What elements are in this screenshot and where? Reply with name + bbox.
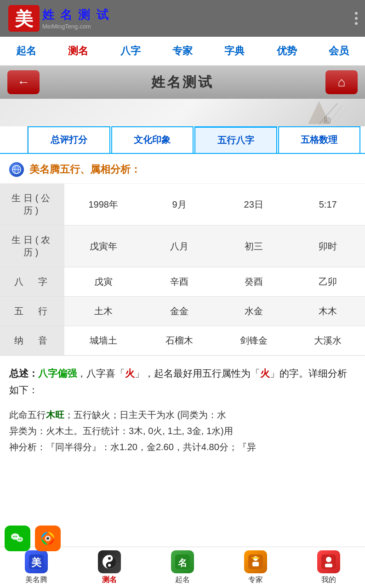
logo-subtitle: MeiMingTeng.com <box>42 23 110 30</box>
row-cell-wx-3: 木木 <box>291 297 365 326</box>
row-header-nayin: 纳 音 <box>0 326 64 356</box>
row-cell-wx-0: 土木 <box>64 297 142 326</box>
detail-text1: 此命五行 <box>9 410 46 420</box>
app-header: 美 姓 名 测 试 MeiMingTeng.com <box>0 0 365 37</box>
row-header-wuxing: 五 行 <box>0 297 64 326</box>
svg-line-2 <box>319 103 337 124</box>
table-row: 生日(农历) 戊寅年 八月 初三 卯时 <box>0 226 365 267</box>
table-row: 五 行 土木 金金 水金 木木 <box>0 297 365 326</box>
bottom-nav-mine[interactable]: 我的 <box>301 550 356 585</box>
nav-zhuanjia[interactable]: 专家 <box>169 42 196 60</box>
summary-mid2: 」，起名最好用五行属性为「 <box>135 368 260 379</box>
bottom-nav-cename[interactable]: 测名 <box>82 550 137 585</box>
title-bar: ← 姓名测试 ⌂ <box>0 66 365 99</box>
bottom-nav-expert[interactable]: 专家 <box>228 550 283 585</box>
svg-point-11 <box>16 536 17 537</box>
back-button[interactable]: ← <box>7 70 40 94</box>
logo-text-group: 姓 名 测 试 MeiMingTeng.com <box>42 7 110 30</box>
row-cell-wx-2: 水金 <box>217 297 291 326</box>
globe-icon <box>11 164 22 175</box>
svg-point-17 <box>46 537 49 540</box>
summary-label: 总述： <box>9 368 38 379</box>
row-header-lunar: 生日(农历) <box>0 226 64 267</box>
row-cell-year: 1998年 <box>64 184 142 226</box>
row-cell-bazi-0: 戊寅 <box>64 267 142 297</box>
dot-3 <box>355 22 358 25</box>
bnav-label-naming: 起名 <box>175 575 190 585</box>
svg-point-21 <box>108 557 111 560</box>
tab-culture[interactable]: 文化印象 <box>111 126 194 153</box>
section-title-text: 美名腾五行、属相分析： <box>29 163 141 176</box>
bottom-nav-meimingteng[interactable]: 美 美名腾 <box>9 550 64 585</box>
svg-text:美: 美 <box>31 557 42 568</box>
row-cell-month: 9月 <box>142 184 217 226</box>
section-icon <box>9 162 24 177</box>
svg-point-13 <box>18 539 19 540</box>
detail-wood: 木旺 <box>46 410 64 420</box>
row-cell-wx-1: 金金 <box>142 297 217 326</box>
summary-strength: 八字偏强 <box>38 368 77 379</box>
mine-svg-icon <box>320 554 337 570</box>
tab-wuxing-bazi[interactable]: 五行八字 <box>194 126 277 153</box>
decoration-area: 勘 <box>0 99 365 126</box>
nav-bazi[interactable]: 八字 <box>117 42 144 60</box>
more-menu-button[interactable] <box>355 12 358 25</box>
naming-svg-icon: 名 <box>174 554 191 570</box>
row-cell-time: 5:17 <box>291 184 365 226</box>
top-nav: 起名 测名 八字 专家 字典 优势 会员 <box>0 37 365 66</box>
wechat-button[interactable] <box>5 526 30 551</box>
back-arrow-icon: ← <box>17 75 30 90</box>
summary-element1: 火 <box>125 368 135 379</box>
detail-section: 此命五行木旺；五行缺火；日主天干为水 (同类为：水 异类为：火木土。五行统计：3… <box>0 402 365 464</box>
bnav-label-cename: 测名 <box>102 575 117 585</box>
summary-text: 总述：八字偏强，八字喜「火」，起名最好用五行属性为「火」的字。详细分析如下： <box>9 365 356 398</box>
meimingteng-icon: 美 <box>25 550 48 573</box>
nav-huiyuan[interactable]: 会员 <box>325 42 353 60</box>
detail-text2: ；五行缺火；日主天干为水 (同类为：水 <box>64 410 226 420</box>
svg-rect-31 <box>325 564 332 567</box>
bnav-label-mmt: 美名腾 <box>25 575 47 585</box>
row-cell-bazi-2: 癸酉 <box>217 267 291 297</box>
bottom-nav-naming[interactable]: 名 起名 <box>155 550 210 585</box>
svg-point-12 <box>17 537 23 542</box>
tab-general-score[interactable]: 总评打分 <box>28 126 110 153</box>
svg-text:美: 美 <box>14 8 34 29</box>
mine-icon <box>317 550 340 573</box>
row-cell-day: 23日 <box>217 184 291 226</box>
home-button[interactable]: ⌂ <box>325 70 358 94</box>
wechat-icon <box>10 531 25 546</box>
svg-point-14 <box>20 539 21 540</box>
cename-icon <box>98 550 121 573</box>
summary-section: 总述：八字偏强，八字喜「火」，起名最好用五行属性为「火」的字。详细分析如下： <box>0 356 365 402</box>
svg-text:名: 名 <box>177 558 187 568</box>
camera-button[interactable] <box>35 526 61 551</box>
row-cell-lunar-day: 初三 <box>217 226 291 267</box>
nav-cename[interactable]: 测名 <box>64 42 92 60</box>
detail-line3: 神分析：『同半得分』：水1.20，金2.60，共计4.80分；『异 <box>9 442 256 452</box>
logo: 美 姓 名 测 试 MeiMingTeng.com <box>7 4 110 33</box>
deco-svg: 勘 <box>264 99 356 126</box>
dot-1 <box>355 12 358 15</box>
tab-wuge[interactable]: 五格数理 <box>278 126 361 153</box>
nav-zidian[interactable]: 字典 <box>221 42 248 60</box>
naming-icon: 名 <box>171 550 194 573</box>
svg-point-22 <box>108 564 111 567</box>
row-cell-bazi-3: 乙卯 <box>291 267 365 297</box>
row-cell-ny-0: 城墙土 <box>64 326 142 356</box>
svg-point-30 <box>326 557 331 562</box>
tab-spacer <box>5 126 28 153</box>
home-icon: ⌂ <box>338 75 346 90</box>
bazi-table: 生日(公历) 1998年 9月 23日 5:17 生日(农历) 戊寅年 八月 初… <box>0 184 365 356</box>
row-cell-lunar-year: 戊寅年 <box>64 226 142 267</box>
row-cell-ny-1: 石榴木 <box>142 326 217 356</box>
logo-brand-cn: 姓 名 测 试 <box>42 7 110 23</box>
page-title: 姓名测试 <box>151 73 214 92</box>
camera-icon <box>40 531 56 546</box>
row-cell-ny-2: 剑锋金 <box>217 326 291 356</box>
nav-youshi[interactable]: 优势 <box>273 42 301 60</box>
row-header-bazi: 八 字 <box>0 267 64 297</box>
nav-qiming[interactable]: 起名 <box>12 42 40 60</box>
table-row: 八 字 戊寅 辛酉 癸酉 乙卯 <box>0 267 365 297</box>
expert-svg-icon <box>247 554 264 570</box>
row-cell-lunar-month: 八月 <box>142 226 217 267</box>
